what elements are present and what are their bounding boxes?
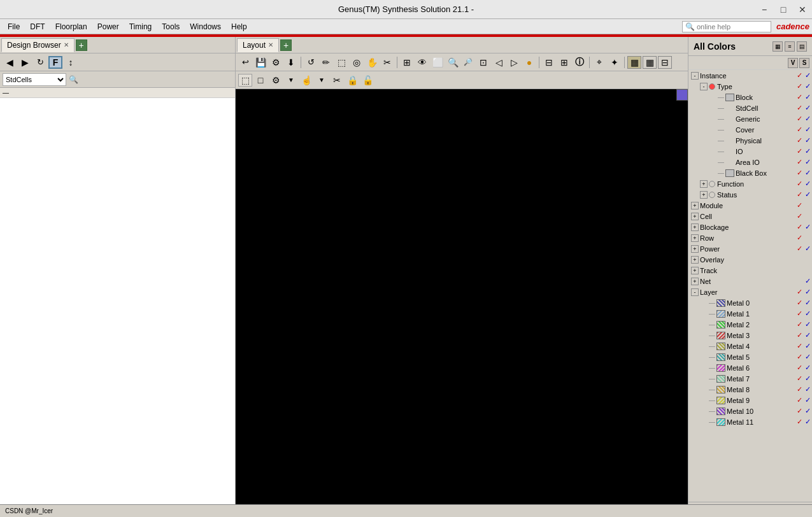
expand-btn-power[interactable]: + (691, 245, 699, 253)
check1-layer[interactable]: ✓ (795, 288, 804, 296)
radio-empty-status[interactable] (709, 192, 715, 198)
check2-physical[interactable]: ✓ (804, 136, 812, 145)
check2-stdcell[interactable]: ✓ (804, 104, 812, 112)
tree-row-generic[interactable]: —Generic✓✓ (688, 113, 812, 124)
lt-undo[interactable]: ↩ (238, 56, 252, 69)
lt-magic[interactable]: ✦ (608, 56, 622, 69)
check1-status[interactable]: ✓ (795, 190, 804, 199)
check2-metal2[interactable]: ✓ (804, 320, 812, 329)
check2-row[interactable] (804, 234, 812, 242)
design-browser-tab-close[interactable]: ✕ (64, 41, 69, 48)
tree-row-metal3[interactable]: —Metal 3✓✓ (688, 330, 812, 341)
check1-metal8[interactable]: ✓ (795, 385, 804, 393)
check2-metal4[interactable]: ✓ (804, 342, 812, 350)
check2-block[interactable]: ✓ (804, 93, 812, 101)
tree-row-function[interactable]: +Function✓✓ (688, 178, 812, 189)
check2-metal3[interactable]: ✓ (804, 331, 812, 339)
check1-power[interactable]: ✓ (795, 244, 804, 253)
menu-windows[interactable]: Windows (185, 21, 226, 32)
radio-dot-type[interactable] (709, 83, 715, 90)
restore-button[interactable]: □ (774, 0, 793, 19)
tree-row-io[interactable]: —IO✓✓ (688, 146, 812, 157)
tree-row-module[interactable]: +Module✓ (688, 200, 812, 211)
lt-view[interactable]: 👁 (415, 56, 429, 69)
check1-metal11[interactable]: ✓ (795, 418, 804, 426)
check1-metal7[interactable]: ✓ (795, 374, 804, 383)
check2-metal7[interactable]: ✓ (804, 374, 812, 383)
menu-power[interactable]: Power (92, 21, 124, 32)
check1-metal2[interactable]: ✓ (795, 320, 804, 329)
tree-row-physical[interactable]: —Physical✓✓ (688, 135, 812, 146)
lt2-gear2[interactable]: ⚙ (269, 74, 283, 87)
lt-grid[interactable]: ⊟ (542, 56, 556, 69)
lt-rotate[interactable]: ↺ (304, 56, 318, 69)
tree-row-blackbox[interactable]: —Black Box✓✓ (688, 167, 812, 178)
check2-metal10[interactable]: ✓ (804, 407, 812, 415)
check2-net[interactable]: ✓ (804, 277, 812, 285)
tree-row-overlay[interactable]: +Overlay (688, 254, 812, 265)
tree-row-block[interactable]: —Block✓✓ (688, 92, 812, 103)
check1-blockage[interactable]: ✓ (795, 223, 804, 231)
expand-btn-function[interactable]: + (700, 180, 708, 188)
tree-row-metal6[interactable]: —Metal 6✓✓ (688, 362, 812, 373)
expand-btn-type[interactable]: - (700, 83, 708, 90)
check2-function[interactable]: ✓ (804, 180, 812, 188)
check2-layer[interactable]: ✓ (804, 288, 812, 296)
check2-metal6[interactable]: ✓ (804, 364, 812, 372)
tree-row-status[interactable]: +Status✓✓ (688, 189, 812, 200)
expand-btn-row[interactable]: + (691, 234, 699, 242)
lt-zoom-prev[interactable]: ◁ (492, 56, 506, 69)
lt-settings[interactable]: ⚙ (269, 56, 283, 69)
help-search-box[interactable]: 🔍 (682, 21, 771, 32)
lt2-unlock[interactable]: 🔓 (360, 74, 374, 87)
lt2-lock[interactable]: 🔒 (345, 74, 359, 87)
layout-add-tab[interactable]: + (280, 39, 292, 51)
lt-refresh2[interactable]: ● (522, 56, 536, 69)
tree-row-metal0[interactable]: —Metal 0✓✓ (688, 297, 812, 308)
check2-instance[interactable]: ✓ (804, 71, 812, 80)
lt-zoom-out[interactable]: 🔎 (461, 56, 475, 69)
sort-button[interactable]: ↕ (64, 56, 78, 69)
check1-function[interactable]: ✓ (795, 180, 804, 188)
lt-zoom-in[interactable]: 🔍 (446, 56, 460, 69)
lt-cut[interactable]: ✂ (380, 56, 394, 69)
lt-zoom-fit[interactable]: ⊡ (476, 56, 490, 69)
lt-cursor[interactable]: ⌖ (592, 56, 606, 69)
check2-metal5[interactable]: ✓ (804, 353, 812, 361)
lt2-arrow-dn[interactable]: ▼ (284, 74, 298, 87)
check1-stdcell[interactable]: ✓ (795, 104, 804, 112)
close-button[interactable]: ✕ (793, 0, 812, 19)
lt-move[interactable]: ✋ (365, 56, 379, 69)
check1-generic[interactable]: ✓ (795, 115, 804, 123)
menu-dft[interactable]: DFT (25, 21, 50, 32)
menu-timing[interactable]: Timing (124, 21, 157, 32)
lt-view-r2[interactable]: ▦ (643, 56, 657, 69)
check1-io[interactable]: ✓ (795, 147, 804, 155)
back-button[interactable]: ◀ (3, 56, 17, 69)
check2-blackbox[interactable]: ✓ (804, 169, 812, 177)
check2-blockage[interactable]: ✓ (804, 223, 812, 231)
design-browser-tab[interactable]: Design Browser ✕ (1, 38, 75, 52)
lt2-arrow-dn2[interactable]: ▼ (315, 74, 329, 87)
expand-btn-cell[interactable]: + (691, 213, 699, 220)
search-icon-left[interactable]: 🔍 (69, 75, 78, 84)
expand-btn-net[interactable]: + (691, 278, 699, 285)
tree-row-type[interactable]: -Type✓✓ (688, 81, 812, 92)
forward-button[interactable]: ▶ (18, 56, 32, 69)
tree-row-cell[interactable]: +Cell✓ (688, 211, 812, 222)
tree-row-instance[interactable]: -Instance✓✓ (688, 70, 812, 81)
tree-row-track[interactable]: +Track (688, 265, 812, 276)
refresh-button[interactable]: ↻ (33, 56, 47, 69)
tree-row-metal5[interactable]: —Metal 5✓✓ (688, 351, 812, 362)
category-dropdown[interactable]: StdCells All (3, 73, 66, 86)
expand-btn-track[interactable]: + (691, 267, 699, 274)
colors-view-icon3[interactable]: ▤ (797, 41, 807, 52)
lt-info[interactable]: ⓘ (573, 56, 587, 69)
expand-btn-layer[interactable]: - (691, 288, 699, 296)
check2-areaio[interactable]: ✓ (804, 158, 812, 166)
lt-save[interactable]: 💾 (253, 56, 267, 69)
tree-row-metal8[interactable]: —Metal 8✓✓ (688, 384, 812, 395)
check1-metal0[interactable]: ✓ (795, 299, 804, 307)
v-button[interactable]: V (788, 58, 798, 68)
lt-zoom-extent[interactable]: ⬜ (431, 56, 445, 69)
